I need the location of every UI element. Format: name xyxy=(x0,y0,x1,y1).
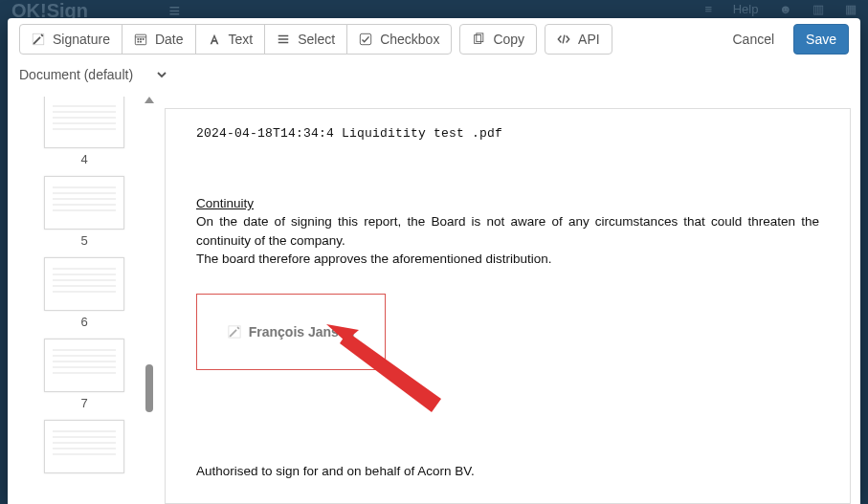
select-button[interactable]: Select xyxy=(264,24,347,55)
date-button[interactable]: Date xyxy=(122,24,196,55)
thumbnail[interactable]: 5 xyxy=(44,233,124,311)
document-header-line: 2024-04-18T14:34:4 Liquiditity test .pdf xyxy=(196,126,819,141)
toolbar: Signature Date Text Select xyxy=(8,18,860,58)
thumbnail-page xyxy=(44,420,124,473)
code-icon xyxy=(557,33,570,46)
thumbnail-scrollbar[interactable] xyxy=(145,97,153,504)
scrollbar-handle[interactable] xyxy=(145,364,153,412)
cancel-button[interactable]: Cancel xyxy=(721,24,786,55)
api-button[interactable]: API xyxy=(545,24,612,55)
template-bar: Document (default) xyxy=(8,58,860,97)
field-type-group: Signature Date Text Select xyxy=(19,24,452,55)
thumbnail-page xyxy=(44,97,124,148)
help-link: ≡ Help xyxy=(704,2,758,16)
pencil-square-icon xyxy=(228,325,241,339)
grid-icon-1: ▥ xyxy=(812,2,824,16)
thumbnail-strip: 3 4 5 6 7 xyxy=(8,97,155,504)
svg-rect-3 xyxy=(140,38,142,40)
copy-icon xyxy=(472,33,485,46)
pencil-square-icon xyxy=(32,33,45,46)
thumbnail-page-number: 6 xyxy=(44,315,124,329)
grid-icon-2: ▦ xyxy=(845,2,857,16)
signature-field[interactable]: François Jansen xyxy=(196,294,386,370)
workspace: 3 4 5 6 7 xyxy=(8,97,860,504)
save-button[interactable]: Save xyxy=(793,24,849,55)
font-icon xyxy=(208,33,221,46)
svg-rect-6 xyxy=(140,41,142,43)
brand-logo: OK!Sign xyxy=(11,1,88,20)
thumbnail-page xyxy=(44,257,124,311)
calendar-icon xyxy=(134,33,147,46)
template-select[interactable]: Document (default) xyxy=(19,60,167,89)
signature-signer-name: François Jansen xyxy=(249,324,355,340)
paragraph: The board therefore approves the aforeme… xyxy=(196,250,819,269)
thumbnail-page-number: 4 xyxy=(44,152,124,166)
signature-button[interactable]: Signature xyxy=(19,24,122,55)
svg-rect-2 xyxy=(137,38,139,40)
checkbox-icon xyxy=(359,33,372,46)
user-icon: ☻ xyxy=(779,2,792,16)
svg-rect-4 xyxy=(143,38,145,40)
text-button[interactable]: Text xyxy=(195,24,266,55)
svg-rect-7 xyxy=(360,33,370,44)
document-viewport: 2024-04-18T14:34:4 Liquiditity test .pdf… xyxy=(155,97,860,504)
paragraph: On the date of signing this report, the … xyxy=(196,212,819,250)
svg-rect-5 xyxy=(137,41,139,43)
thumbnail-page xyxy=(44,339,124,392)
template-select-label: Document (default) xyxy=(19,67,133,82)
checkbox-button[interactable]: Checkbox xyxy=(346,24,452,55)
thumbnail-page-number: 7 xyxy=(44,396,124,410)
authorisation-line: Authorised to sign for and on behalf of … xyxy=(196,462,819,481)
document-page[interactable]: 2024-04-18T14:34:4 Liquiditity test .pdf… xyxy=(165,108,851,504)
thumbnail[interactable]: 3 xyxy=(44,97,124,148)
thumbnail[interactable]: 7 xyxy=(44,396,124,473)
scroll-up-icon xyxy=(145,97,154,103)
section-title: Continuity xyxy=(196,196,819,210)
thumbnail-page xyxy=(44,176,124,230)
list-icon xyxy=(277,33,290,46)
copy-button[interactable]: Copy xyxy=(459,24,537,55)
thumbnail-page-number: 5 xyxy=(44,233,124,248)
thumbnail[interactable]: 4 xyxy=(44,152,124,230)
chevron-down-icon xyxy=(156,69,167,80)
editor-panel: Signature Date Text Select xyxy=(8,18,860,504)
thumbnail[interactable]: 6 xyxy=(44,315,124,392)
